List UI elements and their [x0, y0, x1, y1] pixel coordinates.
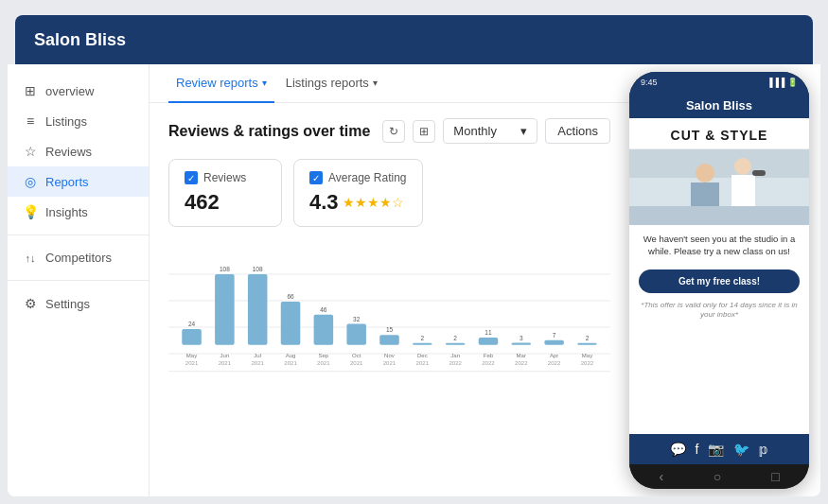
- phone-cta-button[interactable]: Get my free class!: [639, 269, 800, 293]
- svg-text:2021: 2021: [251, 360, 264, 366]
- phone-navigation: ‹ ○ □: [629, 464, 809, 489]
- svg-rect-45: [512, 343, 532, 345]
- reviews-label: Reviews: [203, 171, 246, 184]
- square-icon[interactable]: □: [771, 469, 779, 484]
- reviews-icon: ☆: [23, 144, 38, 159]
- svg-rect-64: [629, 206, 809, 225]
- svg-text:May: May: [582, 353, 593, 358]
- rating-checkbox[interactable]: ✓: [309, 171, 323, 184]
- svg-text:Aug: Aug: [286, 353, 296, 358]
- sidebar: ⊞ overview ≡ Listings ☆ Reviews ◎ Report…: [8, 64, 150, 496]
- grid-view-button[interactable]: ⊞: [413, 120, 435, 143]
- phone-preview-section: 9:45 ▐▐▐ 🔋 Salon Bliss CUT & STYLE: [629, 64, 820, 496]
- svg-rect-33: [413, 343, 432, 345]
- svg-point-59: [696, 164, 714, 182]
- instagram-icon: 📷: [708, 442, 724, 457]
- svg-text:108: 108: [253, 266, 263, 272]
- stats-row: ✓ Reviews 462 ✓ Average Ratin: [168, 159, 610, 227]
- reviews-stat-card: ✓ Reviews 462: [168, 159, 282, 227]
- phone-header: Salon Bliss: [629, 93, 809, 118]
- svg-text:24: 24: [188, 321, 196, 327]
- sidebar-label-listings: Listings: [45, 114, 87, 129]
- svg-point-61: [734, 158, 751, 175]
- svg-text:3: 3: [520, 335, 523, 341]
- svg-rect-29: [379, 335, 399, 344]
- phone-salon-name: CUT & STYLE: [629, 118, 809, 149]
- svg-text:2: 2: [586, 335, 590, 341]
- twitter-icon: 🐦: [733, 442, 749, 457]
- settings-icon: ⚙: [23, 296, 38, 311]
- svg-text:Sep: Sep: [318, 353, 328, 358]
- actions-label: Actions: [557, 124, 598, 138]
- svg-rect-5: [182, 329, 202, 345]
- svg-rect-63: [752, 170, 766, 176]
- main-content: Review reports ▾ Listings reports ▾ Revi…: [150, 64, 629, 496]
- sidebar-item-competitors[interactable]: ↑↓ Competitors: [8, 243, 149, 272]
- sidebar-item-listings[interactable]: ≡ Listings: [8, 106, 149, 136]
- svg-text:2021: 2021: [284, 360, 297, 366]
- overview-icon: ⊞: [23, 83, 38, 98]
- svg-text:46: 46: [320, 306, 327, 313]
- svg-text:2: 2: [421, 335, 425, 341]
- svg-text:2022: 2022: [515, 360, 528, 366]
- monthly-label: Monthly: [453, 124, 497, 138]
- sidebar-label-competitors: Competitors: [45, 251, 112, 265]
- sidebar-item-insights[interactable]: 💡 Insights: [8, 197, 149, 227]
- tab-review-reports[interactable]: Review reports ▾: [168, 64, 274, 103]
- dropdown-chevron-icon: ▾: [520, 124, 527, 138]
- phone-footer: 💬 f 📷 🐦 𝕡: [629, 434, 809, 464]
- svg-text:2021: 2021: [219, 360, 232, 366]
- svg-text:2022: 2022: [482, 360, 495, 366]
- phone-time: 9:45: [641, 78, 658, 87]
- svg-rect-49: [544, 340, 564, 345]
- actions-button[interactable]: Actions: [545, 118, 610, 144]
- svg-text:2022: 2022: [581, 360, 594, 366]
- monthly-dropdown[interactable]: Monthly ▾: [443, 118, 537, 144]
- rating-stars: ★★★★☆: [343, 195, 404, 210]
- tab-listings-reports-label: Listings reports: [286, 76, 369, 90]
- tab-listings-reports[interactable]: Listings reports ▾: [278, 64, 385, 103]
- chevron-down-icon-2: ▾: [373, 78, 378, 88]
- sidebar-item-reports[interactable]: ◎ Reports: [8, 166, 149, 197]
- svg-text:11: 11: [484, 329, 492, 336]
- phone-status-bar: 9:45 ▐▐▐ 🔋: [629, 72, 809, 93]
- svg-text:Nov: Nov: [384, 353, 396, 358]
- back-icon[interactable]: ‹: [659, 469, 663, 484]
- chevron-down-icon: ▾: [262, 78, 267, 88]
- rating-label: Average Rating: [328, 171, 407, 184]
- chart-title: Reviews & ratings over time: [168, 123, 370, 140]
- svg-text:Jul: Jul: [254, 353, 261, 358]
- phone-mockup: 9:45 ▐▐▐ 🔋 Salon Bliss CUT & STYLE: [629, 72, 809, 489]
- sidebar-divider-1: [8, 235, 149, 235]
- svg-rect-21: [314, 315, 334, 345]
- sidebar-label-reviews: Reviews: [45, 145, 92, 159]
- sidebar-item-reviews[interactable]: ☆ Reviews: [8, 136, 149, 166]
- bar-chart: 24May2021108Jun2021108Jul202166Aug202146…: [168, 242, 610, 412]
- svg-text:May: May: [186, 353, 198, 358]
- svg-text:Oct: Oct: [352, 353, 361, 358]
- sidebar-item-settings[interactable]: ⚙ Settings: [8, 288, 149, 319]
- svg-text:32: 32: [353, 316, 361, 322]
- svg-rect-9: [215, 274, 235, 345]
- sidebar-item-overview[interactable]: ⊞ overview: [8, 76, 149, 106]
- facebook-icon: f: [696, 442, 699, 457]
- svg-rect-17: [281, 302, 301, 345]
- competitors-icon: ↑↓: [23, 252, 38, 264]
- sidebar-label-settings: Settings: [45, 297, 90, 311]
- app-title: Salon Bliss: [34, 30, 126, 50]
- tab-review-reports-label: Review reports: [176, 76, 258, 90]
- refresh-button[interactable]: ↻: [382, 120, 405, 143]
- svg-text:2022: 2022: [449, 360, 462, 366]
- svg-text:2022: 2022: [548, 360, 561, 366]
- home-icon[interactable]: ○: [713, 469, 721, 484]
- sidebar-label-overview: overview: [45, 84, 94, 98]
- svg-text:Dec: Dec: [417, 353, 428, 358]
- svg-text:2021: 2021: [350, 360, 363, 366]
- phone-header-title: Salon Bliss: [686, 98, 752, 113]
- phone-hero-image: [629, 149, 809, 225]
- svg-rect-13: [248, 274, 268, 345]
- svg-text:2021: 2021: [416, 360, 430, 366]
- phone-content: CUT & STYLE: [629, 118, 809, 434]
- reviews-checkbox[interactable]: ✓: [185, 171, 198, 184]
- svg-text:Mar: Mar: [517, 353, 526, 358]
